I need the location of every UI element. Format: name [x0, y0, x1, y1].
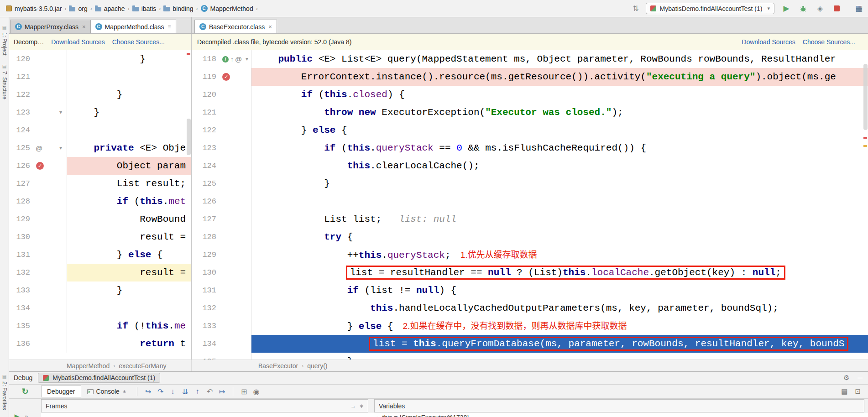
- gutter[interactable]: 119✓: [192, 68, 251, 86]
- left-editor[interactable]: 120 }121122 }123▾ }124125@▾ private <E> …: [9, 50, 192, 360]
- fold-marker[interactable]: ▾: [55, 139, 67, 157]
- gutter[interactable]: 126: [192, 193, 251, 210]
- resume-icon[interactable]: ▶: [15, 413, 19, 417]
- gutter[interactable]: 134: [192, 335, 251, 353]
- gutter[interactable]: 123▾: [9, 104, 67, 121]
- code-text[interactable]: return t: [67, 335, 191, 353]
- float-window-icon[interactable]: ⊡: [855, 387, 861, 396]
- run-button[interactable]: ▶: [781, 4, 791, 14]
- code-text[interactable]: try {: [251, 228, 868, 246]
- breadcrumb-item[interactable]: org: [68, 4, 89, 13]
- step-over-icon[interactable]: ↷: [154, 387, 167, 396]
- gutter[interactable]: 132: [9, 264, 67, 281]
- gutter[interactable]: 128: [9, 193, 67, 210]
- code-text[interactable]: [67, 299, 191, 317]
- code-text[interactable]: [67, 121, 191, 139]
- forward-icon[interactable]: →: [350, 403, 356, 409]
- banner-link[interactable]: Download Sources: [742, 38, 795, 46]
- breadcrumb-item[interactable]: apache: [94, 4, 126, 13]
- gutter[interactable]: 130: [9, 228, 67, 246]
- gutter[interactable]: 130: [192, 264, 251, 281]
- code-text[interactable]: }: [67, 104, 191, 121]
- code-text[interactable]: [67, 68, 191, 86]
- gutter[interactable]: 120: [192, 86, 251, 104]
- code-text[interactable]: if (this.closed) {: [251, 86, 868, 104]
- gutter[interactable]: 134: [9, 299, 67, 317]
- show-execution-point-icon[interactable]: ↪: [142, 387, 154, 396]
- close-icon[interactable]: ×: [268, 23, 272, 30]
- code-text[interactable]: if (list != null) {: [251, 281, 868, 299]
- breakpoint-icon[interactable]: ✓: [36, 162, 44, 170]
- editor-tab[interactable]: CBaseExecutor.class×: [194, 20, 277, 33]
- code-text[interactable]: list = this.queryFromDatabase(ms, parame…: [251, 335, 868, 353]
- restore-layout-icon[interactable]: ▤: [841, 387, 847, 396]
- coverage-button[interactable]: ◈: [815, 4, 825, 14]
- code-text[interactable]: Object param: [67, 157, 191, 175]
- gutter[interactable]: 126✓: [9, 157, 67, 175]
- breadcrumb-item[interactable]: ibatis: [131, 4, 158, 13]
- code-text[interactable]: } else { 2.如果在缓存中，没有找到数据，则再从数据库中获取数据: [251, 317, 868, 335]
- gutter[interactable]: 124: [9, 121, 67, 139]
- fold-marker[interactable]: ▾: [55, 104, 67, 121]
- code-text[interactable]: ErrorContext.instance().resource(ms.getR…: [251, 68, 868, 86]
- code-text[interactable]: List result;: [67, 175, 191, 193]
- code-text[interactable]: List list; list: null: [251, 210, 868, 228]
- frames-panel-header[interactable]: Frames →∗: [41, 399, 368, 412]
- error-stripe-mark[interactable]: [187, 53, 190, 55]
- gutter[interactable]: 132: [192, 299, 251, 317]
- gutter[interactable]: 127: [9, 175, 67, 193]
- gutter[interactable]: 123: [192, 139, 251, 157]
- banner-link[interactable]: Download Sources: [51, 38, 105, 46]
- step-out-icon[interactable]: ↑: [191, 387, 204, 396]
- code-text[interactable]: result =: [67, 228, 191, 246]
- fold-marker[interactable]: ▾: [243, 50, 251, 68]
- code-text[interactable]: list = resultHandler == null ? (List)thi…: [251, 264, 868, 281]
- force-step-into-icon[interactable]: ⇊: [179, 387, 191, 396]
- code-text[interactable]: }: [67, 50, 191, 68]
- breadcrumb-item[interactable]: binding: [162, 4, 194, 13]
- breadcrumb-item[interactable]: BaseExecutor: [258, 362, 298, 370]
- view-breakpoints-icon[interactable]: ◉: [250, 387, 262, 396]
- breakpoint-icon[interactable]: ✓: [222, 73, 230, 81]
- frames-list[interactable]: [41, 413, 374, 417]
- stripe-button-structure[interactable]: ▤7: Structure: [1, 64, 8, 99]
- code-text[interactable]: throw new ExecutorException("Executor wa…: [251, 104, 868, 121]
- gutter[interactable]: 121: [192, 104, 251, 121]
- code-text[interactable]: } else {: [251, 121, 868, 139]
- gutter[interactable]: 129: [9, 210, 67, 228]
- code-text[interactable]: private <E> Obje: [67, 139, 191, 157]
- breadcrumb-item[interactable]: MapperMethod: [67, 362, 110, 370]
- expand-arrow-icon[interactable]: ▸: [377, 413, 380, 417]
- updown-arrows-icon[interactable]: ⇅: [633, 4, 638, 13]
- stop-button[interactable]: [832, 4, 842, 14]
- code-text[interactable]: }: [251, 175, 868, 193]
- step-into-icon[interactable]: ↓: [167, 387, 179, 396]
- run-config-select[interactable]: MybatisDemo.findAllAccountTest (1) ▾: [646, 3, 774, 14]
- gutter[interactable]: 122: [9, 86, 67, 104]
- banner-link[interactable]: Choose Sources...: [112, 38, 165, 46]
- code-text[interactable]: result =: [67, 264, 191, 281]
- code-text[interactable]: public <E> List<E> query(MappedStatement…: [251, 50, 868, 68]
- code-text[interactable]: }: [67, 86, 191, 104]
- debug-session-tab[interactable]: MybatisDemo.findAllAccountTest (1): [38, 373, 160, 383]
- breadcrumb-item[interactable]: mybatis-3.5.0.jar: [5, 4, 63, 13]
- close-icon[interactable]: ×: [82, 23, 86, 30]
- gutter[interactable]: 122: [192, 121, 251, 139]
- code-text[interactable]: this.handleLocallyCachedOutputParameters…: [251, 299, 868, 317]
- stripe-button-favorites[interactable]: ▤2: Favorites: [1, 374, 8, 410]
- tab-pin-icon[interactable]: ≡: [168, 24, 171, 30]
- gutter[interactable]: 121: [9, 68, 67, 86]
- code-text[interactable]: }: [251, 353, 868, 360]
- gutter[interactable]: 136: [9, 335, 67, 353]
- editor-tab[interactable]: CMapperMethod.class≡: [90, 20, 176, 33]
- more-icons-chevron[interactable]: »: [25, 413, 28, 417]
- variables-panel-header[interactable]: Variables: [374, 399, 864, 412]
- debug-button[interactable]: [798, 4, 808, 14]
- code-text[interactable]: RowBound: [67, 210, 191, 228]
- gutter[interactable]: 129: [192, 246, 251, 264]
- drop-frame-icon[interactable]: ↶: [204, 387, 216, 396]
- gutter[interactable]: 131: [9, 246, 67, 264]
- left-scrollbar[interactable]: [186, 50, 191, 360]
- gutter[interactable]: 125: [192, 175, 251, 193]
- run-to-cursor-icon[interactable]: ↦: [216, 387, 228, 396]
